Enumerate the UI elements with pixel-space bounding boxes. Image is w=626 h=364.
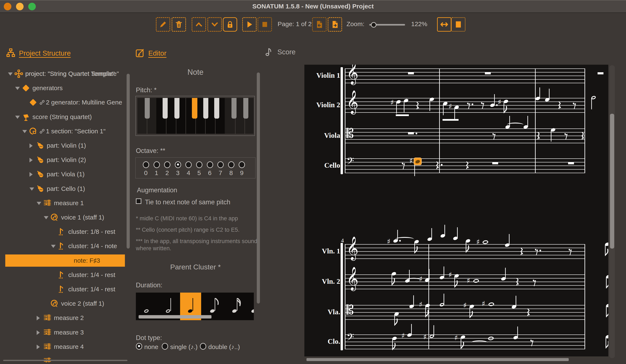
tree-row: project: "String Quartet Template"projec… bbox=[0, 67, 131, 81]
collapse-arrow-icon[interactable] bbox=[22, 130, 27, 133]
tree-item-label[interactable]: score (String quartet) bbox=[33, 110, 92, 124]
tree-item-label[interactable]: cluster: 1/8 - rest bbox=[68, 225, 115, 239]
black-key[interactable] bbox=[243, 98, 248, 119]
fit-page-button[interactable] bbox=[451, 17, 466, 32]
collapse-arrow-icon[interactable] bbox=[15, 116, 20, 119]
eighth-rest bbox=[533, 279, 537, 287]
collapse-arrow-icon[interactable] bbox=[37, 202, 41, 205]
octave-radio-3[interactable] bbox=[175, 161, 181, 168]
tree-item-label[interactable]: 2 generator: Multiline Gene bbox=[46, 95, 122, 110]
clef-alto-icon: 𝄡 bbox=[347, 127, 354, 140]
black-key[interactable] bbox=[145, 98, 150, 119]
eighth-rest bbox=[530, 339, 534, 347]
collapse-arrow-icon[interactable] bbox=[51, 245, 56, 248]
black-key[interactable] bbox=[174, 98, 179, 119]
tree-item-label[interactable]: part: Viola (1) bbox=[47, 167, 85, 181]
octave-option-label: 2 bbox=[165, 169, 169, 176]
tree-item-label[interactable]: voice 2 (staff 1) bbox=[61, 296, 104, 311]
tree-item-label[interactable]: voice 1 (staff 1) bbox=[61, 210, 104, 225]
tree-item-label[interactable]: part: Cello (1) bbox=[47, 182, 85, 196]
tree-item-label[interactable]: cluster: 1/4 - note bbox=[68, 239, 117, 253]
sharp-icon: ♯ bbox=[401, 332, 405, 339]
expand-arrow-icon[interactable] bbox=[37, 316, 40, 321]
quarter-rest bbox=[527, 308, 530, 318]
collapse-arrow-icon[interactable] bbox=[30, 188, 34, 191]
collapse-arrow-icon[interactable] bbox=[44, 216, 48, 219]
octave-radio-9[interactable] bbox=[239, 161, 245, 168]
move-down-button[interactable] bbox=[207, 17, 222, 32]
expand-arrow-icon[interactable] bbox=[30, 158, 33, 162]
expand-arrow-icon[interactable] bbox=[30, 172, 33, 177]
stop-button[interactable] bbox=[258, 17, 272, 32]
tree-item-label[interactable]: part: Violin (1) bbox=[47, 138, 86, 153]
tree-item-label[interactable]: measure 3 bbox=[54, 325, 84, 340]
staff-treble bbox=[345, 244, 585, 259]
duration-option-sixteenth[interactable] bbox=[224, 293, 245, 320]
octave-radio-5[interactable] bbox=[196, 161, 202, 168]
note-stem bbox=[430, 100, 430, 111]
tree-item-label[interactable]: cluster: 1/4 - rest bbox=[68, 268, 115, 282]
measure-barline bbox=[535, 69, 536, 173]
dot-type-radio-none[interactable] bbox=[136, 343, 142, 350]
black-key[interactable] bbox=[232, 98, 236, 119]
tree-row-selected[interactable]: note: F♯3 bbox=[5, 254, 125, 267]
collapse-arrow-icon[interactable] bbox=[8, 73, 13, 76]
editor-vertical-scrollbar[interactable] bbox=[257, 73, 260, 304]
note-flag bbox=[466, 244, 471, 253]
tree-row: part: Cello (1) bbox=[0, 182, 131, 196]
selected-note-highlight[interactable] bbox=[414, 158, 422, 165]
clef-bass-icon: 𝄢 bbox=[347, 156, 354, 168]
zoom-slider-knob[interactable] bbox=[371, 22, 376, 28]
tie-checkbox[interactable] bbox=[136, 199, 141, 204]
expand-arrow-icon[interactable] bbox=[37, 345, 40, 349]
fit-width-button[interactable] bbox=[437, 17, 451, 32]
editor-title[interactable]: Editor bbox=[148, 49, 166, 57]
tree-horizontal-scrollbar[interactable] bbox=[3, 360, 127, 361]
edit-button[interactable] bbox=[156, 17, 170, 32]
page-next-button[interactable] bbox=[328, 17, 342, 32]
tree-item-label[interactable]: 1 section: "Section 1" bbox=[46, 124, 106, 138]
delete-button[interactable] bbox=[172, 17, 186, 32]
editor-header: Editor bbox=[135, 48, 166, 59]
tree-item-label[interactable]: measure 2 bbox=[54, 311, 84, 325]
dot-type-radio-double[interactable] bbox=[200, 343, 206, 350]
tree-project-icon bbox=[14, 69, 23, 78]
score-canvas[interactable]: Violin 1𝄞Violin 2𝄞♯♯♯Viola𝄡Cello𝄢♯4Vln. … bbox=[304, 65, 608, 356]
tree-vertical-scrollbar[interactable] bbox=[127, 74, 130, 248]
lock-button[interactable] bbox=[223, 17, 237, 32]
play-button[interactable] bbox=[242, 17, 257, 32]
dot-type-option-label: double (♪..) bbox=[208, 343, 240, 351]
octave-radio-1[interactable] bbox=[154, 161, 160, 168]
tree-item-label[interactable]: generators bbox=[33, 81, 63, 95]
expand-arrow-icon[interactable] bbox=[30, 143, 33, 148]
collapse-arrow-icon[interactable] bbox=[15, 87, 20, 90]
octave-radio-6[interactable] bbox=[207, 161, 213, 168]
octave-radio-0[interactable] bbox=[143, 161, 149, 168]
score-horizontal-scrollbar[interactable] bbox=[307, 358, 569, 361]
octave-radio-4[interactable] bbox=[185, 161, 192, 168]
tree-row: measure 1 bbox=[0, 196, 131, 210]
tree-item-label[interactable]: measure 4 bbox=[54, 340, 84, 354]
octave-radio-2[interactable] bbox=[164, 161, 170, 168]
project-structure-title[interactable]: Project Structure bbox=[19, 49, 71, 57]
tree-item-label[interactable]: cluster: 1/4 - rest bbox=[68, 282, 115, 296]
whole-rest bbox=[408, 72, 414, 74]
move-up-button[interactable] bbox=[192, 17, 206, 32]
octave-radio-8[interactable] bbox=[228, 161, 235, 168]
note-flag bbox=[426, 309, 430, 318]
duration-scrollbar[interactable] bbox=[139, 315, 211, 319]
window-vertical-scrollbar[interactable] bbox=[610, 114, 614, 248]
octave-radio-7[interactable] bbox=[217, 161, 224, 168]
black-key[interactable] bbox=[163, 98, 168, 119]
pitch-keyboard[interactable] bbox=[135, 96, 255, 136]
dot-type-radio-single[interactable] bbox=[162, 343, 168, 350]
tree-item-label[interactable]: part: Violin (2) bbox=[47, 153, 86, 167]
tree-row: 2 generator: Multiline Gene bbox=[0, 95, 131, 110]
page-prev-button[interactable] bbox=[312, 17, 326, 32]
zoom-slider[interactable] bbox=[369, 24, 405, 26]
expand-arrow-icon[interactable] bbox=[37, 330, 40, 335]
black-key[interactable] bbox=[203, 98, 208, 119]
tree-item-label[interactable]: measure 1 bbox=[54, 196, 84, 210]
black-key-selected[interactable] bbox=[192, 98, 197, 119]
black-key[interactable] bbox=[214, 98, 219, 119]
